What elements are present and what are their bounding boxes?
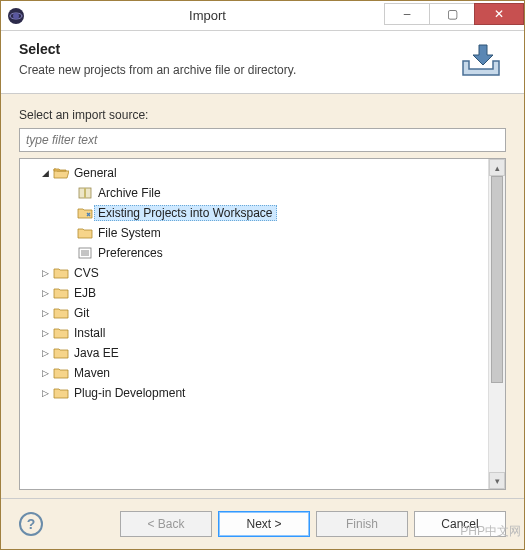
- eclipse-icon: [1, 7, 31, 25]
- close-button[interactable]: ✕: [474, 3, 524, 25]
- folder-icon: [52, 266, 70, 280]
- wizard-footer: ? < Back Next > Finish Cancel: [1, 499, 524, 549]
- tree-item-label: Preferences: [94, 245, 167, 261]
- tree-item[interactable]: ▷EJB: [20, 283, 488, 303]
- scroll-down-button[interactable]: ▾: [489, 472, 505, 489]
- tree-item[interactable]: ▷Maven: [20, 363, 488, 383]
- folder-icon: [52, 306, 70, 320]
- wizard-body: Select an import source: ◢GeneralArchive…: [1, 94, 524, 498]
- tree-item-label: Archive File: [94, 185, 165, 201]
- finish-button[interactable]: Finish: [316, 511, 408, 537]
- tree-item-label: Plug-in Development: [70, 385, 189, 401]
- tree-item-label: Maven: [70, 365, 114, 381]
- back-button[interactable]: < Back: [120, 511, 212, 537]
- tree-item[interactable]: ▷Java EE: [20, 343, 488, 363]
- scrollbar[interactable]: ▴ ▾: [488, 159, 505, 489]
- chevron-right-icon[interactable]: ▷: [38, 368, 52, 378]
- folder-icon: [52, 326, 70, 340]
- tree-item[interactable]: ▷Git: [20, 303, 488, 323]
- scroll-track[interactable]: [489, 176, 505, 472]
- tree-item[interactable]: Preferences: [20, 243, 488, 263]
- chevron-right-icon[interactable]: ▷: [38, 288, 52, 298]
- chevron-right-icon[interactable]: ▷: [38, 388, 52, 398]
- tree-item[interactable]: ◢General: [20, 163, 488, 183]
- tree-item[interactable]: File System: [20, 223, 488, 243]
- chevron-right-icon[interactable]: ▷: [38, 308, 52, 318]
- tree-item[interactable]: ▷Install: [20, 323, 488, 343]
- help-button[interactable]: ?: [19, 512, 43, 536]
- tree-item-label: Java EE: [70, 345, 123, 361]
- tree-item[interactable]: ▷CVS: [20, 263, 488, 283]
- tree-item-label: General: [70, 165, 121, 181]
- prefs-icon: [76, 246, 94, 260]
- tree-item-label: EJB: [70, 285, 100, 301]
- folder-icon: [52, 286, 70, 300]
- tree-item-label: Install: [70, 325, 109, 341]
- source-tree-container: ◢GeneralArchive FileExisting Projects in…: [19, 158, 506, 490]
- chevron-right-icon[interactable]: ▷: [38, 268, 52, 278]
- tree-item[interactable]: Existing Projects into Workspace: [20, 203, 488, 223]
- chevron-right-icon[interactable]: ▷: [38, 328, 52, 338]
- tree-item-label: Existing Projects into Workspace: [94, 205, 277, 221]
- folder-icon: [76, 226, 94, 240]
- folder-icon: [52, 346, 70, 360]
- titlebar: Import – ▢ ✕: [1, 1, 524, 31]
- svg-point-2: [13, 13, 19, 19]
- folder-icon: [52, 386, 70, 400]
- source-label: Select an import source:: [19, 108, 506, 122]
- next-button[interactable]: Next >: [218, 511, 310, 537]
- tree-item-label: CVS: [70, 265, 103, 281]
- scroll-thumb[interactable]: [491, 176, 503, 383]
- page-title: Select: [19, 41, 456, 57]
- scroll-up-button[interactable]: ▴: [489, 159, 505, 176]
- folder-icon: [52, 366, 70, 380]
- tree-item[interactable]: ▷Plug-in Development: [20, 383, 488, 403]
- tree-item[interactable]: Archive File: [20, 183, 488, 203]
- wizard-header: Select Create new projects from an archi…: [1, 31, 524, 94]
- import-icon: [456, 41, 506, 79]
- source-tree[interactable]: ◢GeneralArchive FileExisting Projects in…: [20, 159, 488, 489]
- cancel-button[interactable]: Cancel: [414, 511, 506, 537]
- minimize-button[interactable]: –: [384, 3, 430, 25]
- project-icon: [76, 206, 94, 220]
- tree-item-label: File System: [94, 225, 165, 241]
- chevron-down-icon[interactable]: ◢: [38, 168, 52, 178]
- import-wizard-window: Import – ▢ ✕ Select Create new projects …: [0, 0, 525, 550]
- filter-input[interactable]: [19, 128, 506, 152]
- chevron-right-icon[interactable]: ▷: [38, 348, 52, 358]
- maximize-button[interactable]: ▢: [429, 3, 475, 25]
- window-title: Import: [31, 8, 384, 23]
- svg-rect-4: [84, 188, 86, 198]
- page-description: Create new projects from an archive file…: [19, 63, 456, 77]
- tree-item-label: Git: [70, 305, 93, 321]
- archive-icon: [76, 186, 94, 200]
- folder-open-icon: [52, 166, 70, 180]
